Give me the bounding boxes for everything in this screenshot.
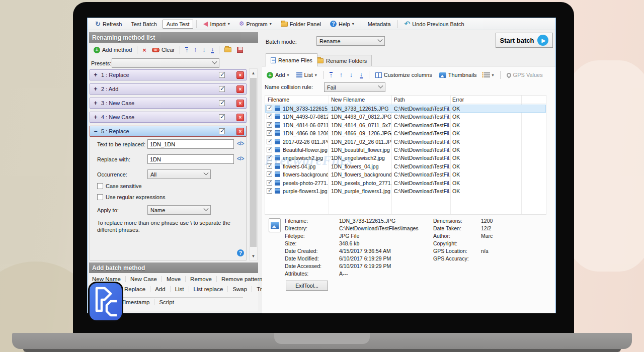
row-checkbox[interactable] [267, 155, 272, 160]
add-method-move[interactable]: Move [162, 276, 181, 282]
method-row-2[interactable]: + 2 : Add × [90, 83, 247, 95]
add-method-remove-pattern[interactable]: Remove pattern [216, 276, 263, 282]
row-checkbox[interactable] [267, 139, 272, 144]
gps-values-button[interactable]: GPS Values [505, 71, 545, 79]
exiftool-button[interactable]: ExifTool... [286, 281, 328, 291]
method-enabled-checkbox[interactable] [219, 86, 225, 92]
batch-mode-dropdown[interactable]: Rename [316, 36, 385, 46]
apply-to-dropdown[interactable]: Name [147, 205, 211, 215]
undo-previous-batch-button[interactable]: ↶ Undo Previous Batch [401, 20, 468, 28]
row-checkbox[interactable] [267, 171, 272, 177]
column-header-path[interactable]: Path [394, 97, 405, 103]
case-sensitive-checkbox[interactable] [97, 183, 103, 189]
table-row[interactable]: 1DN_3733-122615....1DN_3733_122615.JPGC:… [265, 105, 546, 113]
move-file-down-button[interactable]: ↓ [348, 71, 355, 79]
row-checkbox[interactable] [267, 122, 272, 128]
add-method-swap[interactable]: Swap [227, 286, 247, 292]
move-file-up-button[interactable]: ↑ [338, 71, 345, 79]
tag-editor-icon[interactable]: </> [237, 141, 244, 146]
expand-icon[interactable]: + [90, 100, 101, 107]
metadata-button[interactable]: Metadata [364, 20, 394, 28]
method-enabled-checkbox[interactable] [219, 72, 225, 78]
list-button[interactable]: List ▾ [294, 71, 319, 79]
method-enabled-checkbox[interactable] [219, 128, 225, 134]
row-checkbox[interactable] [267, 114, 272, 119]
presets-dropdown[interactable] [112, 58, 219, 68]
open-preset-button[interactable] [223, 46, 233, 53]
method-enabled-checkbox[interactable] [219, 114, 225, 120]
delete-method-icon[interactable]: × [236, 85, 244, 93]
move-file-bottom-button[interactable]: ↓ [358, 71, 365, 79]
delete-method-icon[interactable]: × [236, 114, 244, 121]
expand-icon[interactable]: + [90, 71, 101, 78]
scroll-down-button[interactable]: ▼ [250, 252, 257, 260]
delete-method-icon[interactable]: × [236, 128, 244, 135]
table-row[interactable]: 1DN_4814-06-0711...1DN_4814_06_0711_5x7.… [265, 121, 546, 129]
expand-icon[interactable]: + [90, 114, 101, 121]
add-method-list[interactable]: List [170, 286, 184, 292]
table-row[interactable]: pexels-photo-2771...1DN_pexels_photo_277… [265, 179, 546, 187]
expand-icon[interactable]: + [90, 85, 101, 93]
add-method-new-case[interactable]: New Case [125, 276, 157, 282]
column-header-filename[interactable]: Filename [268, 97, 289, 103]
thumbnails-button[interactable]: Thumbnails [437, 71, 479, 79]
row-checkbox[interactable] [267, 147, 272, 152]
delete-method-icon[interactable]: × [236, 100, 244, 107]
row-checkbox[interactable] [267, 106, 272, 111]
add-method-script[interactable]: Script [154, 299, 174, 305]
move-method-bottom-button[interactable]: ↓ [209, 46, 215, 54]
table-row[interactable]: 1DN_4493-07-0812...1DN_4493_07_0812.JPGC… [265, 113, 546, 121]
add-method-button[interactable]: + Add method [92, 46, 133, 54]
delete-method-button[interactable]: × [141, 45, 148, 55]
method-row-3[interactable]: + 3 : New Case × [90, 98, 247, 109]
add-files-button[interactable]: + Add ▾ [265, 71, 291, 79]
delete-method-icon[interactable]: × [236, 71, 244, 79]
tab-rename-files[interactable]: Rename Files [266, 53, 317, 66]
row-checkbox[interactable] [267, 130, 272, 136]
occurrence-dropdown[interactable]: All [147, 169, 211, 179]
auto-test-toggle[interactable]: Auto Test [163, 20, 194, 29]
table-row[interactable]: flowers-04.jpg1DN_flowers_04.jpgC:\NetDo… [265, 162, 546, 170]
table-row[interactable]: flowers-background...1DN_flowers_backgro… [265, 170, 546, 179]
add-method-timestamp[interactable]: Timestamp [121, 299, 149, 305]
table-row[interactable]: 2017-02-26 011.JPG1DN_2017_02_26 011.JPG… [265, 138, 546, 146]
method-list-scrollbar[interactable]: ▲ ▼ [249, 68, 258, 260]
row-checkbox[interactable] [267, 188, 272, 194]
method-row-5[interactable]: − 5 : Replace × [90, 126, 247, 137]
table-row[interactable]: engelswisch2.jpg1DN_engelswisch2.jpgC:\N… [265, 154, 546, 162]
column-header-error[interactable]: Error [452, 97, 464, 103]
collapse-icon[interactable]: − [90, 128, 101, 135]
tab-rename-folders[interactable]: Rename Folders [311, 55, 372, 66]
scroll-up-button[interactable]: ▲ [250, 69, 257, 77]
move-method-top-button[interactable]: ↑ [184, 46, 190, 54]
program-button[interactable]: ⚙ Program ▾ [235, 20, 275, 28]
move-method-up-button[interactable]: ↑ [192, 46, 198, 54]
save-preset-button[interactable] [235, 46, 245, 54]
method-enabled-checkbox[interactable] [219, 100, 225, 106]
replace-with-input[interactable] [147, 154, 234, 164]
refresh-button[interactable]: ↻ Refresh [92, 20, 125, 28]
sort-list-button[interactable]: ▾ [482, 71, 496, 78]
add-method-add[interactable]: Add [150, 286, 165, 292]
clear-methods-button[interactable]: Clear [150, 46, 176, 54]
text-to-replace-input[interactable] [147, 139, 234, 149]
method-row-4[interactable]: + 4 : New Case × [90, 112, 247, 123]
method-help-icon[interactable]: ? [237, 249, 244, 256]
folder-panel-button[interactable]: Folder Panel [277, 20, 325, 28]
table-row[interactable]: purple-flowers1.jpg1DN_purple_flowers1.j… [265, 187, 546, 195]
use-regex-option[interactable]: Use regular expressions [97, 194, 166, 200]
add-method-replace[interactable]: Replace [124, 286, 145, 292]
tag-editor-icon[interactable]: </> [237, 156, 244, 161]
scrollbar-thumb[interactable] [250, 78, 257, 247]
test-batch-button[interactable]: Test Batch [127, 20, 160, 28]
name-collision-dropdown[interactable]: Fail [324, 82, 385, 92]
column-header-new-filename[interactable]: New Filename [331, 97, 365, 103]
row-checkbox[interactable] [267, 180, 272, 186]
help-button[interactable]: ? Help ▾ [327, 20, 358, 28]
move-file-top-button[interactable]: ↑ [328, 71, 335, 79]
use-regex-checkbox[interactable] [97, 194, 103, 200]
add-method-remove[interactable]: Remove [185, 276, 212, 282]
row-checkbox[interactable] [267, 163, 272, 169]
import-button[interactable]: Import ▾ [200, 20, 233, 28]
case-sensitive-option[interactable]: Case sensitive [97, 183, 142, 189]
